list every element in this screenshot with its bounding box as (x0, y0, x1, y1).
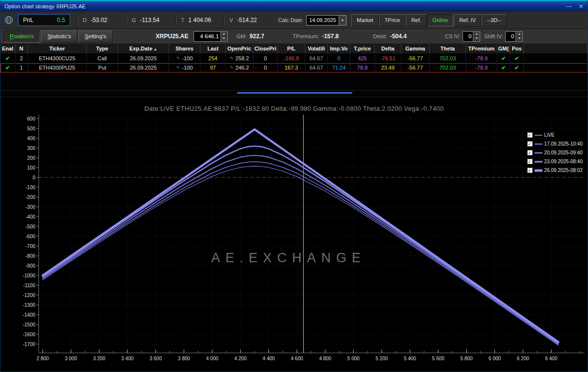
cell-value: 78.9 (357, 63, 368, 73)
legend-item-23-09-2025-08-40[interactable]: ✓23.09.2025-08:40 (527, 159, 583, 164)
svg-text:5 200: 5 200 (375, 356, 388, 361)
legend-item-20-09-2025-09-40[interactable]: ✓20.09.2025-09:40 (527, 150, 583, 155)
minimize-button[interactable]: — (566, 1, 572, 12)
table-row[interactable]: ✔1ETH4300PU25Put26.09.2025✎-10097✎246.20… (0, 63, 588, 73)
column-header-pos[interactable]: Pos (510, 44, 524, 53)
greek-value-g: -113.54 (140, 17, 169, 24)
legend-line-swatch (535, 133, 542, 137)
svg-text:4 000: 4 000 (206, 356, 219, 361)
shift-iv-spinner[interactable]: 0 ▲▼ (505, 31, 523, 42)
cell-close: 0 (253, 63, 278, 73)
payoff-chart[interactable]: 6005004003002001000-100-200-300-400-500-… (0, 97, 588, 372)
legend-checkbox[interactable]: ✓ (527, 132, 533, 138)
cs-iv-value: 0 (463, 32, 473, 41)
cell-last: 97 (200, 63, 226, 73)
tab-setting-s[interactable]: Setting's (78, 30, 113, 43)
cell-value: 64.67 (310, 54, 323, 63)
column-header-delta[interactable]: Delta (375, 44, 401, 53)
column-header-last[interactable]: Last (200, 44, 226, 53)
legend-checkbox[interactable]: ✓ (527, 168, 533, 173)
column-header-closepri[interactable]: ClosePri (253, 44, 278, 53)
legend-label: 23.09.2025-08:40 (544, 159, 583, 164)
cell-type: Call (87, 54, 118, 63)
legend-item-26-09-2025-08-02[interactable]: ✓26.09.2025-08:02 (527, 168, 583, 173)
column-header-tpremium[interactable]: TPremium (466, 44, 497, 53)
column-header-imp-vo[interactable]: Imp.Vo (328, 44, 350, 53)
legend-checkbox[interactable]: ✓ (527, 150, 533, 155)
scrollbar-thumb[interactable] (237, 92, 352, 94)
window-title: Option chart strategy XRPU25.AE (4, 3, 86, 9)
cell-filler (524, 54, 588, 63)
cell-value: 702.03 (440, 54, 456, 63)
pos-check-icon[interactable]: ✔ (510, 54, 524, 63)
toolbar-button-online[interactable]: Online (427, 14, 454, 26)
cell-value: -78.9 (475, 63, 488, 73)
column-header-volatili[interactable]: Volatili (305, 44, 328, 53)
column-header-shares[interactable]: Shares (169, 44, 200, 53)
legend-checkbox[interactable]: ✓ (527, 159, 533, 164)
svg-text:4 200: 4 200 (234, 356, 246, 361)
legend-label: 20.09.2025-09:40 (544, 150, 583, 155)
svg-text:6 000: 6 000 (489, 356, 501, 361)
column-header-t-price[interactable]: T.price (350, 44, 375, 53)
tab-statistic-s[interactable]: Statistic's (41, 30, 77, 43)
shift-iv-down-icon[interactable]: ▼ (516, 36, 522, 41)
svg-text:3 400: 3 400 (122, 356, 134, 361)
column-header-n[interactable]: N (15, 44, 28, 53)
svg-text:6 400: 6 400 (545, 356, 557, 361)
legend-item-17-09-2025-10-40[interactable]: ✓17.09.2025-10:40 (527, 141, 583, 147)
toolbar-button-3d[interactable]: --3D-- (482, 14, 507, 26)
cell-value: 0 (337, 54, 340, 63)
pnl-display[interactable]: PnL 0.5 (18, 14, 70, 26)
column-header-openpric[interactable]: OpenPric (226, 44, 253, 53)
cs-iv-down-icon[interactable]: ▼ (473, 36, 480, 41)
column-header-theta[interactable]: Theta (430, 44, 466, 53)
legend-item-live[interactable]: ✓LiVE (527, 132, 583, 138)
enabled-check-icon[interactable]: ✔ (0, 54, 15, 63)
legend-checkbox[interactable]: ✓ (527, 141, 533, 147)
close-button[interactable]: ✕ (579, 1, 584, 12)
column-header-gamma[interactable]: Gamma (401, 44, 430, 53)
cell-value: -56.77 (408, 54, 423, 63)
horizontal-scrollbar[interactable] (0, 90, 588, 94)
toolbar-button-ref[interactable]: Ref. (406, 14, 426, 26)
gm-value: 922.7 (249, 33, 264, 40)
cs-iv-up-icon[interactable]: ▲ (473, 32, 480, 37)
column-header-gm[interactable]: GM( (497, 44, 510, 53)
price-up-icon[interactable]: ▲ (221, 32, 227, 37)
cs-iv-spinner[interactable]: 0 ▲▼ (463, 31, 480, 42)
cell-value: 258.2 (236, 54, 249, 63)
positions-table: EnalNTickerTypeExp.Date▲SharesLastOpenPr… (0, 44, 588, 97)
cell-open: ✎258.2 (226, 54, 253, 63)
price-down-icon[interactable]: ▼ (221, 36, 227, 41)
svg-text:-1600: -1600 (23, 332, 35, 337)
enabled-check-icon[interactable]: ✔ (0, 63, 15, 73)
shift-iv-up-icon[interactable]: ▲ (516, 32, 522, 37)
toolbar-button-market[interactable]: Market (351, 14, 379, 26)
column-header-type[interactable]: Type (87, 44, 118, 53)
svg-text:3 600: 3 600 (149, 356, 162, 361)
gm-check-icon[interactable]: ✔ (497, 54, 510, 63)
payoff-chart-canvas[interactable]: 6005004003002001000-100-200-300-400-500-… (0, 97, 588, 372)
column-header-p-l[interactable]: P/L (278, 44, 305, 53)
cell-last: 254 (200, 54, 226, 63)
svg-text:-1300: -1300 (23, 302, 35, 308)
column-header-exp-date[interactable]: Exp.Date▲ (118, 44, 169, 53)
table-header-row: EnalNTickerTypeExp.Date▲SharesLastOpenPr… (0, 44, 588, 54)
symbol-label: XRPU25.AE (156, 33, 189, 40)
column-header-ticker[interactable]: Ticker (28, 44, 87, 53)
svg-text:400: 400 (27, 136, 35, 141)
cell-tprem: -78.9 (466, 54, 497, 63)
gm-check-icon[interactable]: ✔ (497, 63, 510, 73)
tab-position-s[interactable]: Position's (3, 30, 40, 43)
table-row[interactable]: ✔2ETH4300CU25Call26.09.2025✎-100254✎258.… (0, 54, 588, 63)
toolbar-button-tprice[interactable]: TPrice (379, 14, 406, 26)
separator (77, 15, 78, 25)
column-header-enal[interactable]: Enal (0, 44, 15, 53)
toolbar-button-ref-iv[interactable]: Ref. IV (454, 14, 481, 26)
svg-text:5 600: 5 600 (432, 356, 444, 361)
pos-check-icon[interactable]: ✔ (510, 63, 524, 73)
price-spinner[interactable]: 4 646.1 ▲▼ (194, 31, 228, 42)
calc-date-dropdown-icon[interactable]: ▼ (339, 16, 346, 25)
calc-date-input[interactable]: 14.09.2025 ▼ (306, 15, 346, 25)
